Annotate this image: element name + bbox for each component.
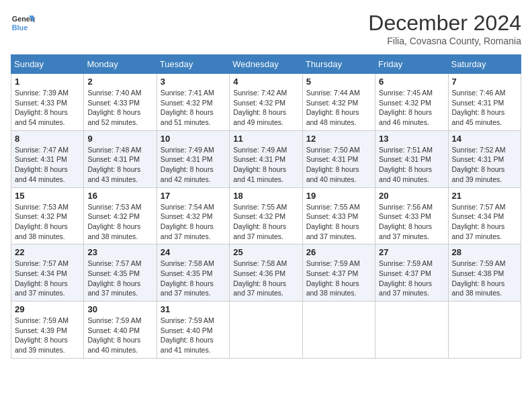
calendar-cell: 4 Sunrise: 7:42 AMSunset: 4:32 PMDayligh… xyxy=(230,74,302,131)
calendar-cell: 29 Sunrise: 7:59 AMSunset: 4:39 PMDaylig… xyxy=(11,302,84,359)
day-number: 6 xyxy=(379,77,444,87)
day-info: Sunrise: 7:46 AMSunset: 4:31 PMDaylight:… xyxy=(452,88,517,128)
calendar-cell: 10 Sunrise: 7:49 AMSunset: 4:31 PMDaylig… xyxy=(157,130,229,187)
day-number: 24 xyxy=(161,247,226,257)
calendar-cell xyxy=(375,302,448,359)
day-info: Sunrise: 7:51 AMSunset: 4:31 PMDaylight:… xyxy=(379,145,444,185)
calendar-cell xyxy=(448,302,521,359)
logo: General Blue xyxy=(11,11,35,35)
header-sunday: Sunday xyxy=(11,55,84,74)
day-info: Sunrise: 7:59 AMSunset: 4:39 PMDaylight:… xyxy=(15,316,80,355)
day-number: 14 xyxy=(452,134,517,144)
day-info: Sunrise: 7:39 AMSunset: 4:33 PMDaylight:… xyxy=(15,88,80,128)
day-info: Sunrise: 7:45 AMSunset: 4:32 PMDaylight:… xyxy=(379,88,444,128)
calendar-cell xyxy=(230,302,302,359)
calendar-cell: 8 Sunrise: 7:47 AMSunset: 4:31 PMDayligh… xyxy=(11,130,84,187)
day-info: Sunrise: 7:40 AMSunset: 4:33 PMDaylight:… xyxy=(87,88,152,128)
calendar-week-1: 1 Sunrise: 7:39 AMSunset: 4:33 PMDayligh… xyxy=(11,74,521,131)
day-number: 2 xyxy=(87,77,152,87)
day-number: 28 xyxy=(452,247,517,257)
calendar-header-row: Sunday Monday Tuesday Wednesday Thursday… xyxy=(11,55,521,74)
calendar-cell: 23 Sunrise: 7:57 AMSunset: 4:35 PMDaylig… xyxy=(84,244,157,302)
calendar-cell: 5 Sunrise: 7:44 AMSunset: 4:32 PMDayligh… xyxy=(302,74,375,131)
day-info: Sunrise: 7:53 AMSunset: 4:32 PMDaylight:… xyxy=(15,202,80,242)
header-wednesday: Wednesday xyxy=(230,55,302,74)
page-header: General Blue December 2024 Filia, Covasn… xyxy=(11,11,521,46)
day-number: 13 xyxy=(379,134,444,144)
day-info: Sunrise: 7:56 AMSunset: 4:33 PMDaylight:… xyxy=(379,202,444,242)
day-number: 3 xyxy=(161,77,226,87)
calendar-cell: 28 Sunrise: 7:59 AMSunset: 4:38 PMDaylig… xyxy=(448,244,521,302)
day-info: Sunrise: 7:58 AMSunset: 4:35 PMDaylight:… xyxy=(161,259,226,298)
calendar-cell: 30 Sunrise: 7:59 AMSunset: 4:40 PMDaylig… xyxy=(84,302,157,359)
calendar-cell: 17 Sunrise: 7:54 AMSunset: 4:32 PMDaylig… xyxy=(157,187,229,244)
day-info: Sunrise: 7:57 AMSunset: 4:34 PMDaylight:… xyxy=(15,259,80,298)
calendar-cell: 26 Sunrise: 7:59 AMSunset: 4:37 PMDaylig… xyxy=(302,244,375,302)
header-saturday: Saturday xyxy=(448,55,521,74)
day-number: 30 xyxy=(87,304,152,314)
location-subtitle: Filia, Covasna County, Romania xyxy=(368,36,521,46)
day-info: Sunrise: 7:53 AMSunset: 4:32 PMDaylight:… xyxy=(87,202,152,242)
calendar-week-2: 8 Sunrise: 7:47 AMSunset: 4:31 PMDayligh… xyxy=(11,130,521,187)
day-number: 11 xyxy=(233,134,298,144)
calendar-cell: 19 Sunrise: 7:55 AMSunset: 4:33 PMDaylig… xyxy=(302,187,375,244)
calendar-cell: 25 Sunrise: 7:58 AMSunset: 4:36 PMDaylig… xyxy=(230,244,302,302)
day-info: Sunrise: 7:44 AMSunset: 4:32 PMDaylight:… xyxy=(306,88,371,128)
calendar-cell: 15 Sunrise: 7:53 AMSunset: 4:32 PMDaylig… xyxy=(11,187,84,244)
day-number: 31 xyxy=(161,304,226,314)
calendar-cell: 12 Sunrise: 7:50 AMSunset: 4:31 PMDaylig… xyxy=(302,130,375,187)
day-number: 17 xyxy=(161,191,226,201)
day-number: 15 xyxy=(15,191,80,201)
day-info: Sunrise: 7:50 AMSunset: 4:31 PMDaylight:… xyxy=(306,145,371,185)
day-info: Sunrise: 7:48 AMSunset: 4:31 PMDaylight:… xyxy=(87,145,152,185)
day-info: Sunrise: 7:59 AMSunset: 4:40 PMDaylight:… xyxy=(87,316,152,355)
calendar-cell: 9 Sunrise: 7:48 AMSunset: 4:31 PMDayligh… xyxy=(84,130,157,187)
day-info: Sunrise: 7:41 AMSunset: 4:32 PMDaylight:… xyxy=(161,88,226,128)
day-info: Sunrise: 7:59 AMSunset: 4:40 PMDaylight:… xyxy=(161,316,226,355)
calendar-cell: 11 Sunrise: 7:49 AMSunset: 4:31 PMDaylig… xyxy=(230,130,302,187)
calendar-cell: 18 Sunrise: 7:55 AMSunset: 4:32 PMDaylig… xyxy=(230,187,302,244)
calendar-cell: 16 Sunrise: 7:53 AMSunset: 4:32 PMDaylig… xyxy=(84,187,157,244)
calendar-cell xyxy=(302,302,375,359)
day-info: Sunrise: 7:52 AMSunset: 4:31 PMDaylight:… xyxy=(452,145,517,185)
day-number: 7 xyxy=(452,77,517,87)
calendar-week-5: 29 Sunrise: 7:59 AMSunset: 4:39 PMDaylig… xyxy=(11,302,521,359)
day-info: Sunrise: 7:57 AMSunset: 4:34 PMDaylight:… xyxy=(452,202,517,242)
day-info: Sunrise: 7:55 AMSunset: 4:33 PMDaylight:… xyxy=(306,202,371,242)
calendar-cell: 14 Sunrise: 7:52 AMSunset: 4:31 PMDaylig… xyxy=(448,130,521,187)
day-number: 8 xyxy=(15,134,80,144)
day-number: 19 xyxy=(306,191,371,201)
svg-text:Blue: Blue xyxy=(12,24,28,32)
header-friday: Friday xyxy=(375,55,448,74)
day-info: Sunrise: 7:55 AMSunset: 4:32 PMDaylight:… xyxy=(233,202,298,242)
calendar-cell: 3 Sunrise: 7:41 AMSunset: 4:32 PMDayligh… xyxy=(157,74,229,131)
header-monday: Monday xyxy=(84,55,157,74)
title-block: December 2024 Filia, Covasna County, Rom… xyxy=(368,11,521,46)
day-number: 1 xyxy=(15,77,80,87)
calendar-cell: 13 Sunrise: 7:51 AMSunset: 4:31 PMDaylig… xyxy=(375,130,448,187)
day-info: Sunrise: 7:54 AMSunset: 4:32 PMDaylight:… xyxy=(161,202,226,242)
header-thursday: Thursday xyxy=(302,55,375,74)
calendar-cell: 7 Sunrise: 7:46 AMSunset: 4:31 PMDayligh… xyxy=(448,74,521,131)
day-number: 21 xyxy=(452,191,517,201)
calendar-table: Sunday Monday Tuesday Wednesday Thursday… xyxy=(11,54,521,359)
day-number: 27 xyxy=(379,247,444,257)
day-number: 4 xyxy=(233,77,298,87)
calendar-cell: 2 Sunrise: 7:40 AMSunset: 4:33 PMDayligh… xyxy=(84,74,157,131)
day-info: Sunrise: 7:57 AMSunset: 4:35 PMDaylight:… xyxy=(87,259,152,298)
day-number: 23 xyxy=(87,247,152,257)
calendar-cell: 22 Sunrise: 7:57 AMSunset: 4:34 PMDaylig… xyxy=(11,244,84,302)
calendar-week-3: 15 Sunrise: 7:53 AMSunset: 4:32 PMDaylig… xyxy=(11,187,521,244)
day-number: 9 xyxy=(87,134,152,144)
logo-icon: General Blue xyxy=(11,11,35,35)
day-number: 16 xyxy=(87,191,152,201)
day-info: Sunrise: 7:49 AMSunset: 4:31 PMDaylight:… xyxy=(233,145,298,185)
day-number: 22 xyxy=(15,247,80,257)
day-number: 29 xyxy=(15,304,80,314)
day-info: Sunrise: 7:49 AMSunset: 4:31 PMDaylight:… xyxy=(161,145,226,185)
calendar-cell: 31 Sunrise: 7:59 AMSunset: 4:40 PMDaylig… xyxy=(157,302,229,359)
month-title: December 2024 xyxy=(368,11,521,36)
calendar-week-4: 22 Sunrise: 7:57 AMSunset: 4:34 PMDaylig… xyxy=(11,244,521,302)
day-info: Sunrise: 7:42 AMSunset: 4:32 PMDaylight:… xyxy=(233,88,298,128)
day-number: 18 xyxy=(233,191,298,201)
